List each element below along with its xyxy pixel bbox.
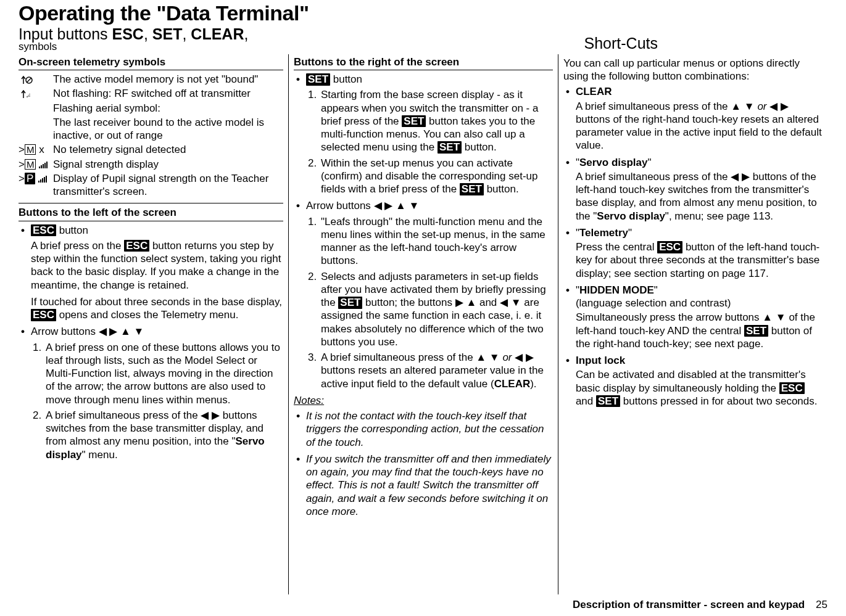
column-middle: Buttons to the right of the screen SET b…: [288, 54, 558, 594]
subtitle: Input buttons ESC, SET, CLEAR,: [19, 26, 248, 43]
list-item-arrows-r: Arrow buttons ◀ ▶ ▲ ▼ "Leafs through" th…: [294, 199, 553, 390]
m-x-icon: >M x: [19, 143, 53, 157]
arrow-label: Arrow buttons: [31, 326, 99, 337]
list-item-servo: "Servo display" A brief simultaneous pre…: [563, 156, 823, 223]
set-sub-1: Starting from the base screen display - …: [320, 88, 553, 154]
set-inline: SET: [596, 395, 620, 408]
table-row: >P Display of Pupil signal strength on t…: [19, 172, 283, 200]
text: button.: [484, 183, 519, 195]
section-head-right-buttons: Buttons to the right of the screen: [294, 54, 553, 70]
empty-icon: [19, 102, 53, 116]
hm-sub: (language selection and contrast): [576, 297, 823, 310]
subtitle-btn-esc: ESC: [112, 25, 144, 43]
arrow-ld: ◀ ▼: [500, 297, 521, 308]
arrow-r-sub-3: A brief simultaneous press of the ▲ ▼ or…: [320, 351, 553, 390]
arrow-r-sublist: "Leafs through" the multi-function menu …: [306, 215, 553, 390]
svg-rect-7: [39, 166, 40, 168]
symbol-text: Display of Pupil signal strength on the …: [53, 172, 283, 200]
set-inline: SET: [744, 325, 768, 337]
set-sublist: Starting from the base screen display - …: [306, 88, 553, 195]
esc-label-suffix: button: [56, 224, 88, 236]
list-item-arrows: Arrow buttons ◀ ▶ ▲ ▼ A brief press on o…: [19, 325, 283, 461]
il-body: Can be activated and disabled at the tra…: [576, 368, 823, 408]
p-bars-icon: >P: [19, 172, 53, 200]
svg-rect-8: [41, 165, 42, 168]
subtitle-small: symbols: [19, 41, 248, 53]
arrow-r-sub-1: "Leafs through" the multi-function menu …: [320, 215, 553, 268]
arrow-r-sub-2: Selects and adjusts parameters in set-up…: [320, 270, 553, 349]
esc-para2: If touched for about three seconds in th…: [31, 295, 283, 322]
symbols-table: The active model memory is not yet "boun…: [19, 73, 283, 199]
svg-line-2: [27, 78, 31, 83]
left-buttons-list: ESC button A brief press on the ESC butt…: [19, 224, 283, 461]
arrow-ru: ▶ ▲: [455, 297, 477, 308]
svg-rect-11: [46, 162, 48, 168]
or-text: or: [500, 351, 515, 363]
page: Operating the "Data Terminal" Input butt…: [0, 0, 846, 616]
list-item-clear: CLEAR A brief simultaneous press of the …: [563, 85, 823, 152]
column-right: You can call up particular menus or opti…: [558, 54, 827, 594]
table-row: Flashing aerial symbol:: [19, 102, 283, 116]
arrow-lr: ◀ ▶: [731, 171, 750, 183]
set-inline: SET: [460, 183, 484, 195]
text: A brief simultaneous press of the: [576, 101, 731, 112]
arrow-ud: ▲ ▼: [476, 351, 499, 363]
esc-inline: ESC: [657, 241, 682, 253]
clear-body: A brief simultaneous press of the ▲ ▼ or…: [576, 100, 823, 152]
text: A brief simultaneous press of the: [576, 171, 731, 183]
columns: On-screen telemetry symbols The active m…: [19, 54, 827, 594]
arrow-lr: ◀ ▶: [515, 351, 534, 363]
empty-icon: [19, 116, 53, 144]
text: A brief simultaneous press of the: [321, 351, 476, 363]
note-1: It is not the contact with the touch-key…: [294, 409, 553, 449]
shortcuts-intro: You can call up particular menus or opti…: [563, 57, 823, 83]
text: A brief press on the: [31, 240, 124, 252]
tel-head: Telemetry: [579, 227, 628, 239]
arrow-ud: ▲ ▼: [731, 101, 754, 112]
list-item-hidden-mode: "HIDDEN MODE" (language selection and co…: [563, 284, 823, 350]
subtitle-block: Input buttons ESC, SET, CLEAR, symbols: [19, 26, 248, 53]
subtitle-btn-clear: CLEAR: [191, 25, 244, 43]
text: and: [476, 297, 500, 308]
svg-rect-12: [38, 181, 39, 183]
svg-rect-15: [44, 177, 45, 183]
esc-inline: ESC: [31, 309, 56, 321]
svg-rect-9: [43, 164, 44, 168]
text: Simultaneously press the arrow buttons: [576, 311, 762, 323]
svg-rect-16: [46, 176, 47, 183]
list-item-input-lock: Input lock Can be activated and disabled…: [563, 354, 823, 408]
table-row: >M Signal strength display: [19, 158, 283, 172]
tel-body: Press the central ESC button of the left…: [576, 240, 823, 280]
section-head-left-buttons: Buttons to the left of the screen: [19, 205, 283, 221]
arrow-sub-2: A brief simultaneous press of the ◀ ▶ bu…: [44, 409, 283, 461]
hm-body: Simultaneously press the arrow buttons ▲…: [576, 311, 823, 350]
right-buttons-list: SET button Starting from the base screen…: [294, 73, 553, 390]
shortcuts-title: Short-Cuts: [584, 34, 827, 53]
esc-inline: ESC: [124, 240, 149, 252]
footer-label: Description of transmitter - screen and …: [573, 598, 805, 611]
note-2: If you switch the transmitter off and th…: [294, 453, 553, 518]
antenna-slash-icon: [19, 73, 53, 87]
footer-page: 25: [816, 598, 827, 611]
arrow-glyphs: ◀ ▶ ▲ ▼: [99, 326, 144, 337]
text: and: [576, 395, 596, 407]
page-title: Operating the "Data Terminal": [19, 2, 827, 25]
symbol-text: The active model memory is not yet "boun…: [53, 73, 283, 87]
subtitle-btn-set: SET: [152, 25, 183, 43]
clear-head: CLEAR: [576, 86, 612, 97]
symbol-text: Flashing aerial symbol:: [53, 102, 283, 116]
text: " menu.: [82, 449, 118, 461]
set-inline: SET: [438, 141, 462, 154]
set-inline: SET: [402, 115, 426, 128]
svg-rect-10: [44, 163, 46, 168]
symbol-text: Not flashing: RF switched off at transmi…: [53, 87, 283, 101]
text: Can be activated and disabled at the tra…: [576, 369, 806, 393]
page-header: Operating the "Data Terminal" Input butt…: [19, 0, 827, 53]
notes-list: It is not the contact with the touch-key…: [294, 409, 553, 518]
il-head: Input lock: [576, 355, 625, 366]
or-text: or: [757, 101, 769, 112]
page-footer: Description of transmitter - screen and …: [19, 594, 827, 616]
text: opens and closes the Telemetry menu.: [56, 309, 238, 321]
text: buttons of the right-hand touch-key rese…: [576, 113, 822, 152]
notes-heading: Notes:: [294, 394, 553, 407]
